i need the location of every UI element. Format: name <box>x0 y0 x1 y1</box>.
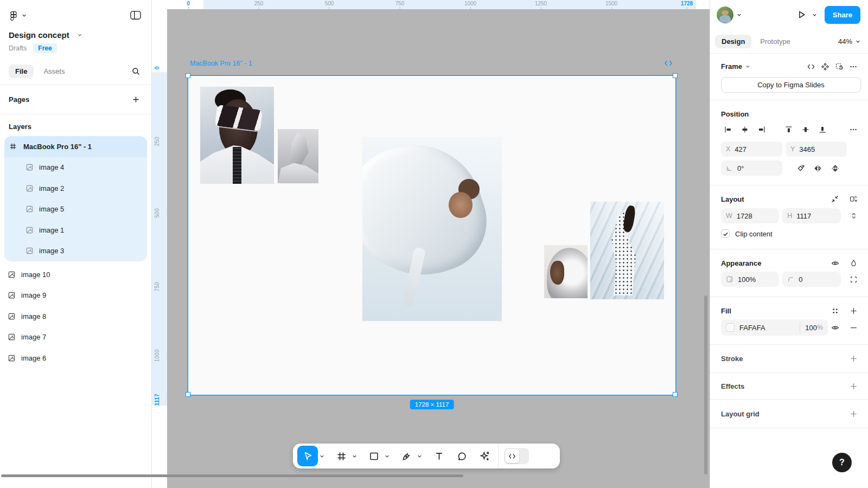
selection-type-chevron-icon[interactable] <box>745 65 750 68</box>
layer-row-image-10[interactable]: image 10 <box>0 264 151 285</box>
pen-tool-button[interactable] <box>397 447 416 465</box>
document-title-chevron-icon[interactable] <box>77 33 82 37</box>
figma-logo-icon[interactable] <box>9 9 18 22</box>
pen-tool-chevron-icon[interactable] <box>416 454 423 458</box>
selection-type-label[interactable]: Frame <box>721 62 742 70</box>
zoom-menu[interactable]: 44% <box>838 37 860 46</box>
canvas-image-1[interactable] <box>544 245 588 298</box>
y-position-field[interactable]: Y 3465 <box>786 142 847 157</box>
rotate-icon[interactable] <box>793 161 807 175</box>
actions-tool-button[interactable] <box>475 447 494 465</box>
comment-tool-button[interactable] <box>452 447 471 465</box>
dev-mode-toggle[interactable] <box>504 448 529 464</box>
layer-row-image-7[interactable]: image 7 <box>0 327 151 348</box>
selection-handle-top-left[interactable] <box>186 73 190 78</box>
layer-row-image-9[interactable]: image 9 <box>0 285 151 306</box>
create-component-icon[interactable] <box>818 60 832 74</box>
rotation-field[interactable]: 0° <box>721 160 782 176</box>
canvas[interactable]: 0 250 500 750 1000 1250 1500 1728 0 250 … <box>152 0 710 488</box>
layer-row-image-8[interactable]: image 8 <box>0 306 151 327</box>
fill-visibility-eye-icon[interactable] <box>828 320 842 335</box>
layer-row-frame[interactable]: MacBook Pro 16" - 1 <box>4 136 147 157</box>
avatar-chevron-icon[interactable] <box>737 13 742 17</box>
copy-to-figma-slides-button[interactable]: Copy to Figma Slides <box>721 77 861 93</box>
blend-mode-icon[interactable] <box>846 256 860 270</box>
rectangle-tool-button[interactable] <box>365 447 383 465</box>
selected-frame[interactable] <box>188 76 675 395</box>
layer-row-image-6[interactable]: image 6 <box>0 348 151 369</box>
opacity-field[interactable]: 100% <box>721 272 779 287</box>
document-title[interactable]: Design concept <box>9 30 69 40</box>
move-tool-button[interactable] <box>297 446 318 466</box>
add-stroke-icon[interactable] <box>846 352 860 366</box>
image-layer-icon <box>25 205 34 213</box>
help-button[interactable]: ? <box>832 453 852 472</box>
frame-tool-chevron-icon[interactable] <box>350 454 358 458</box>
present-play-button[interactable] <box>795 8 809 22</box>
layer-row-image-3[interactable]: image 3 <box>4 241 147 262</box>
selection-handle-bottom-right[interactable] <box>673 392 678 397</box>
remove-fill-icon[interactable] <box>846 320 860 335</box>
add-layout-grid-icon[interactable] <box>846 407 860 421</box>
x-position-field[interactable]: X 427 <box>721 142 782 157</box>
align-left-icon[interactable] <box>721 123 735 137</box>
layer-row-image-4[interactable]: image 4 <box>4 157 147 178</box>
fill-styles-icon[interactable] <box>828 304 842 318</box>
dev-code-icon[interactable] <box>804 60 818 74</box>
flip-horizontal-icon[interactable] <box>810 161 825 175</box>
present-chevron-icon[interactable] <box>812 13 817 17</box>
tab-file[interactable]: File <box>9 65 34 78</box>
v-ruler-label: 500 <box>154 208 160 218</box>
move-tool-chevron-icon[interactable] <box>318 454 326 458</box>
share-button[interactable]: Share <box>825 6 860 24</box>
align-top-icon[interactable] <box>782 123 796 137</box>
canvas-image-2[interactable] <box>278 129 318 183</box>
fill-color-field[interactable]: FAFAFA 100 % <box>721 319 828 336</box>
main-menu-chevron-icon[interactable] <box>22 14 27 17</box>
frame-title-label[interactable]: MacBook Pro 16" - 1 <box>190 60 252 67</box>
flip-vertical-icon[interactable] <box>828 161 842 175</box>
canvas-image-4[interactable] <box>200 87 274 184</box>
width-field[interactable]: W 1728 <box>721 208 779 223</box>
toggle-sidebar-button[interactable] <box>129 8 143 22</box>
visibility-eye-icon[interactable] <box>828 256 842 270</box>
more-alignment-icon[interactable] <box>846 123 860 137</box>
height-field[interactable]: H 1117 <box>782 208 840 223</box>
canvas-horizontal-scrollbar[interactable] <box>1 474 463 477</box>
layer-row-image-5[interactable]: image 5 <box>4 199 147 220</box>
tab-prototype[interactable]: Prototype <box>754 35 797 48</box>
text-tool-button[interactable] <box>430 447 448 465</box>
layer-row-image-2[interactable]: image 2 <box>4 178 147 199</box>
canvas-image-5[interactable] <box>362 137 502 321</box>
align-right-icon[interactable] <box>755 123 769 137</box>
add-page-button[interactable] <box>129 93 143 107</box>
add-fill-icon[interactable] <box>846 304 860 318</box>
selection-handle-top-right[interactable] <box>673 73 678 78</box>
canvas-vertical-scrollbar[interactable] <box>704 296 707 474</box>
canvas-image-3[interactable] <box>590 202 664 299</box>
tab-design[interactable]: Design <box>715 35 751 48</box>
layer-row-image-1[interactable]: image 1 <box>4 220 147 241</box>
user-avatar[interactable] <box>717 7 733 23</box>
align-horizontal-center-icon[interactable] <box>738 123 752 137</box>
shape-tool-chevron-icon[interactable] <box>383 454 391 458</box>
layer-name: MacBook Pro 16" - 1 <box>23 143 92 151</box>
frame-tool-button[interactable] <box>332 447 350 465</box>
add-effect-icon[interactable] <box>846 379 860 393</box>
constrain-proportions-icon[interactable] <box>847 209 860 223</box>
resize-to-fit-icon[interactable] <box>828 192 842 206</box>
independent-corners-icon[interactable] <box>847 272 860 286</box>
frame-dev-code-icon[interactable] <box>664 60 673 67</box>
corner-radius-field[interactable]: 0 <box>782 272 840 287</box>
clip-content-checkbox[interactable] <box>721 229 730 238</box>
tab-assets[interactable]: Assets <box>37 65 71 78</box>
copy-as-icon[interactable] <box>832 60 846 74</box>
search-icon[interactable] <box>129 64 143 78</box>
breadcrumb-location[interactable]: Drafts <box>9 44 27 52</box>
align-bottom-icon[interactable] <box>815 123 829 137</box>
add-auto-layout-icon[interactable] <box>846 192 860 206</box>
align-vertical-center-icon[interactable] <box>799 123 813 137</box>
more-options-icon[interactable] <box>846 60 860 74</box>
fill-color-swatch[interactable] <box>726 323 735 332</box>
selection-handle-bottom-left[interactable] <box>186 392 190 397</box>
